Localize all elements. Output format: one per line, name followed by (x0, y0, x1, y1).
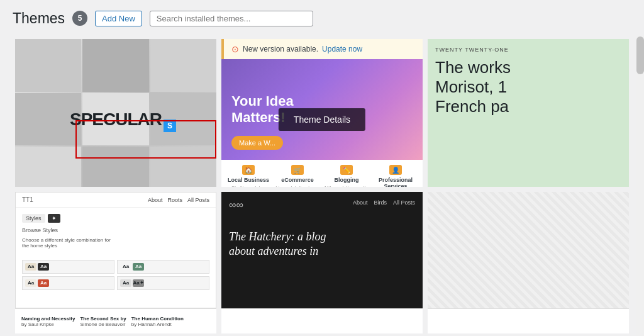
search-input[interactable] (150, 11, 313, 26)
tt1-style-active: ✦ (48, 214, 60, 223)
tt1-post-title-2: The Second Sex by (80, 316, 126, 322)
tt1-sample-2: Aa Aa (117, 260, 209, 274)
astra-icon-blogging: ✏️ Blogging Milque dolto sportte cc (322, 165, 371, 187)
tt1-post-author-1: by Saul Kripke (21, 322, 75, 327)
tt1-post-1: Naming and Necessity by Saul Kripke (21, 316, 75, 327)
tt1-post-2: The Second Sex by Simone de Beauvoir (80, 316, 126, 327)
tt1-post-title-1: Naming and Necessity (21, 316, 75, 322)
theme-card-twenty-twenty-one: TWENTY TWENTY-ONE The worksMorisot, 1Fre… (428, 39, 629, 187)
theme-card-specular: SPECULAR S Active: Specular Customize (15, 39, 216, 187)
twentyone-badge: TWENTY TWENTY-ONE (435, 47, 621, 53)
tt1-sample-box: Aa (38, 279, 49, 287)
scrollbar-thumb[interactable] (636, 36, 644, 74)
hatchery-nav: About Birds All Posts (353, 199, 415, 206)
tt1-style-tag: Styles (22, 214, 45, 223)
update-icon: ⊙ (231, 44, 239, 54)
local-business-icon: 🏠 (242, 165, 255, 175)
specular-cell (82, 147, 148, 187)
tt1-sample-box: Aa (25, 279, 36, 287)
astra-cta-button[interactable]: Make a W... (231, 136, 283, 150)
tt1-nav: About Roots All Posts (148, 197, 209, 203)
tt1-header: TT1 About Roots All Posts (16, 193, 216, 208)
theme-card-astra: ⊙ New version available. Update now Your… (221, 39, 423, 187)
astra-update-text: New version available. (243, 45, 318, 53)
astra-icon-professional: 👤 Professional Services Milque dolto spo… (371, 165, 420, 187)
astra-icon-local-business: 🏠 Local Business Similique dolec dolore (224, 165, 273, 187)
tt1-sample-1: Aa Aa (22, 260, 114, 274)
twentyone-preview-text: The worksMorisot, 1French pa (435, 58, 621, 117)
astra-icon-label-4: Professional Services (371, 177, 420, 187)
blank-footer (428, 308, 629, 333)
tt1-styles-bar: Styles ✦ (22, 214, 209, 223)
tt1-nav-roots: Roots (167, 197, 182, 203)
tt1-post-author-3: by Hannah Arendt (131, 322, 184, 327)
tt1-posts: Naming and Necessity by Saul Kripke The … (21, 316, 184, 327)
tt1-post-author-2: Simone de Beauvoir (80, 322, 126, 327)
tt1-sample-box: Aa✦ (133, 279, 144, 287)
tt1-sample-3: Aa Aa (22, 276, 114, 290)
hatchery-nav-allposts: All Posts (393, 199, 415, 206)
tt1-preview: TT1 About Roots All Posts Styles ✦ Brows… (15, 192, 216, 308)
hatchery-footer (221, 308, 423, 333)
tt1-nav-about: About (148, 197, 163, 203)
page-header: Themes 5 Add New (0, 0, 644, 36)
theme-card-tt1: TT1 About Roots All Posts Styles ✦ Brows… (15, 192, 216, 333)
twentyone-preview: TWENTY TWENTY-ONE The worksMorisot, 1Fre… (428, 39, 629, 187)
tt1-sample-box: Aa (133, 263, 144, 271)
specular-cell (15, 39, 81, 92)
hatchery-nav-about: About (353, 199, 368, 206)
hatchery-nav-birds: Birds (374, 199, 387, 206)
theme-card-blank (428, 192, 629, 333)
page-title: Themes (13, 10, 65, 27)
tt1-sample-box: Aa (38, 263, 49, 271)
astra-update-link[interactable]: Update now (322, 45, 362, 53)
tt1-sample-4: Aa Aa✦ (117, 276, 209, 290)
astra-icon-label-3: Blogging (335, 177, 359, 183)
tt1-theme-footer: Naming and Necessity by Saul Kripke The … (15, 308, 216, 333)
tt1-styles-label: Browse Styles (22, 227, 209, 235)
specular-cell (82, 39, 148, 92)
tt1-content: Styles ✦ Browse Styles Choose a differen… (16, 208, 216, 255)
tt1-samples-grid: Aa Aa Aa Aa Aa Aa (16, 255, 216, 295)
blank-preview (428, 192, 629, 308)
theme-count-badge: 5 (72, 11, 87, 26)
theme-card-hatchery: ∞∞ About Birds All Posts The Hatchery: a… (221, 192, 423, 333)
hatchery-preview-text: The Hatchery: a blogabout adventures in (229, 230, 415, 259)
tt1-sample-row: Aa Aa (25, 279, 111, 287)
specular-s-badge: S (164, 120, 176, 132)
tt1-sample-box: Aa (25, 263, 36, 271)
tt1-sample-row: Aa Aa (120, 263, 206, 271)
hatchery-preview: ∞∞ About Birds All Posts The Hatchery: a… (221, 192, 423, 308)
astra-update-banner: ⊙ New version available. Update now (221, 39, 423, 59)
scrollbar-track[interactable] (636, 36, 644, 336)
astra-icon-label-1: Local Business (228, 177, 269, 183)
specular-cell (15, 147, 81, 187)
tt1-sample-row: Aa Aa (25, 263, 111, 271)
specular-cell (150, 147, 216, 187)
astra-preview: ⊙ New version available. Update now Your… (221, 39, 423, 187)
specular-logo-text: SPECULAR (70, 109, 162, 130)
tt1-sample-row: Aa Aa✦ (120, 279, 206, 287)
blogging-icon: ✏️ (340, 165, 353, 175)
add-new-button[interactable]: Add New (95, 11, 142, 26)
professional-icon: 👤 (389, 165, 402, 175)
ecommerce-icon: 🛒 (291, 165, 304, 175)
tt1-logo: TT1 (22, 196, 33, 203)
tt1-nav-allposts: All Posts (187, 197, 209, 203)
tt1-post-3: The Human Condition by Hannah Arendt (131, 316, 184, 327)
tt1-post-title-3: The Human Condition (131, 316, 184, 322)
theme-details-overlay[interactable]: Theme Details (279, 108, 365, 131)
specular-cell (150, 39, 216, 92)
astra-icons-row: 🏠 Local Business Similique dolec dolore … (221, 160, 423, 187)
themes-grid: SPECULAR S Active: Specular Customize ⊙ … (0, 36, 644, 336)
astra-icon-label-2: eCommerce (281, 177, 314, 183)
tt1-sample-box: Aa (120, 279, 131, 287)
tt1-sample-box: Aa (120, 263, 131, 271)
astra-icon-ecommerce: 🛒 eCommerce Ligue delette cicero (273, 165, 322, 187)
tt1-desc-text: Choose a different style combination for… (22, 237, 209, 249)
specular-preview-bg: SPECULAR S (15, 39, 216, 187)
